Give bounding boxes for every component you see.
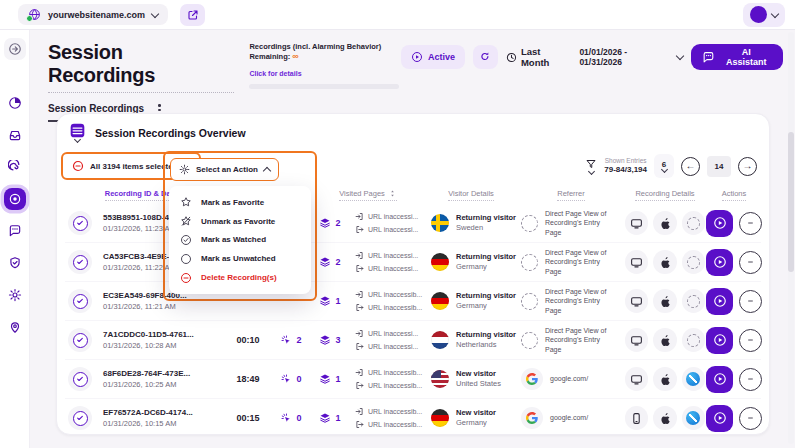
open-site-external-button[interactable]	[180, 4, 205, 26]
action-annotation: Select an Action Mark as Favorite Unmark…	[163, 151, 317, 301]
row-checkbox[interactable]	[73, 411, 88, 426]
play-recording-button[interactable]	[706, 327, 733, 354]
visitor-country: Germany	[456, 302, 516, 311]
visitor-type: New visitor	[456, 409, 496, 418]
desktop-icon	[625, 250, 648, 274]
entry-url-icon	[355, 407, 364, 416]
sidebar-item-inbox[interactable]	[4, 124, 26, 146]
unknown-referrer-icon	[521, 293, 538, 310]
row-checkbox[interactable]	[73, 372, 88, 387]
refresh-button[interactable]	[473, 45, 498, 69]
menu-item-mark-as-favorite[interactable]: Mark as Favorite	[169, 193, 311, 211]
menu-item-mark-as-unwatched[interactable]: Mark as Unwatched	[169, 250, 311, 268]
column-actions: Actions	[705, 189, 763, 201]
collapse-icon	[8, 42, 22, 56]
remove-recording-button[interactable]	[739, 407, 762, 430]
bubble-icon	[8, 224, 22, 238]
sidebar-item-dashboard[interactable]	[4, 92, 26, 114]
sidebar-item-settings[interactable]	[4, 284, 26, 306]
play-recording-button[interactable]	[706, 288, 733, 315]
staroff-icon	[180, 215, 192, 227]
avatar	[750, 6, 767, 23]
table-row[interactable]: 7A1CDDC0-11D5-4761... 01/31/2026, 10:28 …	[65, 320, 761, 359]
exit-url-icon	[355, 303, 364, 312]
remove-recording-button[interactable]	[739, 329, 762, 352]
column-referrer[interactable]: Referrer	[517, 189, 625, 201]
exit-url[interactable]: URL inaccessib...	[368, 304, 422, 311]
entry-url[interactable]: URL inaccessib...	[368, 408, 422, 415]
play-recording-button[interactable]	[706, 249, 733, 276]
sidebar-item-privacy[interactable]	[4, 252, 26, 274]
sidebar-item-feedback[interactable]	[4, 220, 26, 242]
exit-url-icon	[355, 225, 364, 234]
row-checkbox[interactable]	[73, 294, 88, 309]
sidebar-item-collapse[interactable]	[4, 38, 26, 60]
remove-recording-button[interactable]	[739, 251, 762, 274]
exit-url[interactable]: URL inaccessi...	[368, 265, 418, 272]
select-action-dropdown[interactable]: Select an Action	[170, 158, 279, 181]
sidebar-item-visitors[interactable]	[4, 316, 26, 338]
recording-duration: 18:49	[225, 374, 271, 384]
recording-id: EF76572A-DC6D-4174...	[103, 408, 193, 417]
play-recording-button[interactable]	[706, 405, 733, 432]
layers-icon	[319, 295, 331, 307]
exit-url[interactable]: URL inaccessib...	[368, 382, 422, 389]
table-row[interactable]: 68F6DE28-764F-473E... 01/31/2026, 10:25 …	[65, 359, 761, 398]
play-recording-button[interactable]	[706, 366, 733, 393]
desktop-icon	[625, 289, 648, 313]
row-checkbox[interactable]	[73, 216, 88, 231]
visited-urls: URL inaccessib... URL inaccessib...	[349, 368, 425, 390]
referrer-text: google.com/	[550, 374, 588, 383]
date-range-selector[interactable]: 01/01/2026 - 01/31/2026	[579, 47, 682, 67]
play-recording-button[interactable]	[706, 210, 733, 237]
entry-url[interactable]: URL inaccessi...	[368, 252, 418, 259]
referrer: google.com/	[517, 407, 625, 429]
column-visited-pages[interactable]: Visited Pages	[311, 189, 425, 201]
row-actions	[705, 210, 763, 237]
sidebar-item-session-recordings[interactable]	[4, 188, 26, 210]
entry-url[interactable]: URL inaccessib...	[368, 369, 422, 376]
pagination: Shown Entries 79-84/3,194 6 ← 14 →	[585, 154, 757, 178]
table-row[interactable]: EF76572A-DC6D-4174... 01/31/2026, 10:15 …	[65, 398, 761, 437]
page-size-selector[interactable]: 6	[654, 154, 674, 178]
exit-url[interactable]: URL inaccessi...	[368, 343, 418, 350]
row-actions	[705, 405, 763, 432]
remove-recording-button[interactable]	[739, 212, 762, 235]
next-page-button[interactable]: →	[738, 157, 757, 176]
sidebar-item-heatmaps[interactable]	[4, 156, 26, 178]
active-filter-button[interactable]: Active	[401, 45, 465, 69]
row-checkbox[interactable]	[73, 333, 88, 348]
ai-assistant-label: AI Assistant	[721, 47, 772, 67]
star-icon	[180, 196, 192, 208]
unknown-referrer-icon	[521, 332, 538, 349]
header-actions: Active Last Month 01/01/2026 - 01/31/202…	[401, 44, 783, 70]
entry-url[interactable]: URL inaccessib...	[368, 291, 422, 298]
remove-recording-button[interactable]	[739, 368, 762, 391]
exit-url[interactable]: URL inaccessi...	[368, 226, 418, 233]
filter-button[interactable]	[585, 158, 597, 174]
website-selector[interactable]: yourwebsitename.com	[18, 4, 168, 25]
layers-icon	[319, 217, 331, 229]
ai-assistant-button[interactable]: AI Assistant	[691, 44, 783, 70]
details-link[interactable]: Click for details	[249, 70, 301, 77]
remove-recording-button[interactable]	[739, 290, 762, 313]
entry-url[interactable]: URL inaccessi...	[368, 213, 418, 220]
entry-url[interactable]: URL inaccessi...	[368, 330, 418, 337]
user-menu[interactable]	[743, 3, 785, 27]
pin-icon	[8, 320, 22, 334]
scrollbar[interactable]	[788, 32, 794, 444]
column-recording-details[interactable]: Recording Details	[625, 189, 705, 201]
menu-item-delete-recording-s[interactable]: Delete Recording(s)	[169, 269, 311, 287]
menu-item-unmark-as-favorite[interactable]: Unmark as Favorite	[169, 212, 311, 230]
visitor-details: Returning visitor Germany	[425, 253, 517, 271]
layers-icon	[319, 412, 331, 424]
mobile-icon	[625, 406, 648, 430]
exit-url[interactable]: URL inaccessib...	[368, 421, 422, 428]
menu-item-mark-as-watched[interactable]: Mark as Watched	[169, 231, 311, 249]
unknown-browser-icon	[687, 295, 700, 308]
row-checkbox[interactable]	[73, 255, 88, 270]
prev-page-button[interactable]: ←	[681, 157, 700, 176]
recording-details	[625, 250, 705, 274]
scrollbar-thumb[interactable]	[788, 132, 794, 272]
column-visitor-details[interactable]: Visitor Details	[425, 189, 517, 201]
